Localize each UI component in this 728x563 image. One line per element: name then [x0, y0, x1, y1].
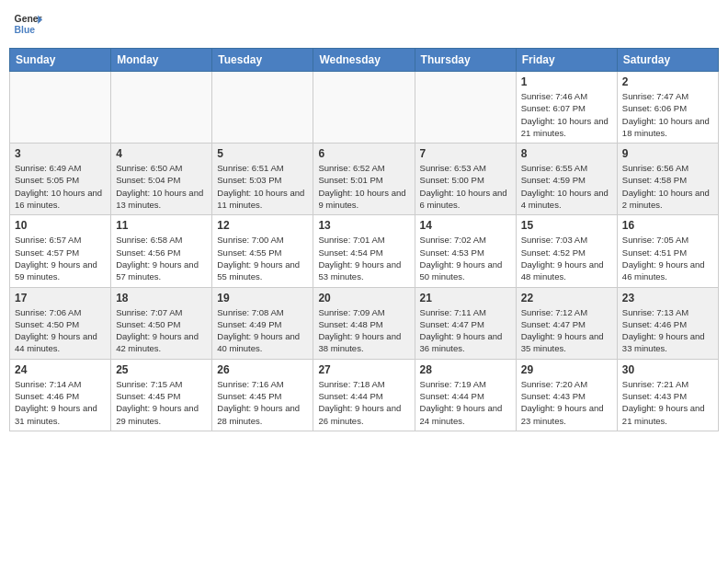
calendar-day-cell: 28Sunrise: 7:19 AM Sunset: 4:44 PM Dayli…: [415, 359, 516, 431]
day-header-saturday: Saturday: [617, 49, 718, 72]
calendar-day-cell: 12Sunrise: 7:00 AM Sunset: 4:55 PM Dayli…: [212, 215, 313, 287]
day-number: 17: [15, 292, 106, 304]
day-number: 13: [318, 219, 409, 232]
calendar-day-cell: [415, 72, 516, 144]
day-number: 3: [15, 147, 106, 160]
day-info: Sunrise: 7:12 AM Sunset: 4:47 PM Dayligh…: [521, 306, 612, 355]
calendar-day-cell: 20Sunrise: 7:09 AM Sunset: 4:48 PM Dayli…: [313, 287, 415, 359]
calendar-week-row: 24Sunrise: 7:14 AM Sunset: 4:46 PM Dayli…: [10, 359, 719, 431]
day-info: Sunrise: 6:55 AM Sunset: 4:59 PM Dayligh…: [521, 162, 612, 211]
day-header-monday: Monday: [111, 49, 212, 72]
calendar-day-cell: 9Sunrise: 6:56 AM Sunset: 4:58 PM Daylig…: [617, 144, 718, 215]
calendar-day-cell: [212, 72, 313, 144]
day-info: Sunrise: 7:18 AM Sunset: 4:44 PM Dayligh…: [318, 378, 409, 427]
calendar-day-cell: 16Sunrise: 7:05 AM Sunset: 4:51 PM Dayli…: [617, 215, 718, 287]
day-header-thursday: Thursday: [415, 49, 516, 72]
calendar-day-cell: 1Sunrise: 7:46 AM Sunset: 6:07 PM Daylig…: [516, 72, 617, 144]
day-info: Sunrise: 7:02 AM Sunset: 4:53 PM Dayligh…: [420, 234, 511, 282]
calendar-day-cell: 30Sunrise: 7:21 AM Sunset: 4:43 PM Dayli…: [617, 359, 718, 431]
day-number: 29: [521, 363, 612, 376]
calendar-day-cell: 3Sunrise: 6:49 AM Sunset: 5:05 PM Daylig…: [10, 144, 111, 215]
calendar-header-row: SundayMondayTuesdayWednesdayThursdayFrid…: [10, 49, 719, 72]
day-info: Sunrise: 7:16 AM Sunset: 4:45 PM Dayligh…: [217, 378, 308, 427]
calendar-week-row: 3Sunrise: 6:49 AM Sunset: 5:05 PM Daylig…: [10, 144, 719, 215]
calendar-table: SundayMondayTuesdayWednesdayThursdayFrid…: [9, 48, 719, 431]
day-number: 4: [116, 147, 207, 160]
day-info: Sunrise: 7:01 AM Sunset: 4:54 PM Dayligh…: [318, 234, 409, 282]
calendar-day-cell: [313, 72, 415, 144]
day-info: Sunrise: 7:05 AM Sunset: 4:51 PM Dayligh…: [622, 234, 713, 282]
day-header-tuesday: Tuesday: [212, 49, 313, 72]
day-number: 10: [15, 219, 106, 232]
day-number: 16: [622, 219, 713, 232]
day-info: Sunrise: 7:06 AM Sunset: 4:50 PM Dayligh…: [15, 306, 106, 355]
day-info: Sunrise: 7:11 AM Sunset: 4:47 PM Dayligh…: [420, 306, 511, 355]
day-info: Sunrise: 6:56 AM Sunset: 4:58 PM Dayligh…: [622, 162, 713, 211]
calendar-day-cell: 14Sunrise: 7:02 AM Sunset: 4:53 PM Dayli…: [415, 215, 516, 287]
calendar-day-cell: 22Sunrise: 7:12 AM Sunset: 4:47 PM Dayli…: [516, 287, 617, 359]
day-number: 5: [217, 147, 308, 160]
day-info: Sunrise: 7:08 AM Sunset: 4:49 PM Dayligh…: [217, 306, 308, 355]
day-info: Sunrise: 7:46 AM Sunset: 6:07 PM Dayligh…: [521, 90, 612, 139]
day-info: Sunrise: 6:52 AM Sunset: 5:01 PM Dayligh…: [318, 162, 409, 211]
day-number: 12: [217, 219, 308, 232]
svg-text:Blue: Blue: [15, 25, 36, 35]
calendar-day-cell: 15Sunrise: 7:03 AM Sunset: 4:52 PM Dayli…: [516, 215, 617, 287]
calendar-week-row: 17Sunrise: 7:06 AM Sunset: 4:50 PM Dayli…: [10, 287, 719, 359]
calendar-day-cell: 10Sunrise: 6:57 AM Sunset: 4:57 PM Dayli…: [10, 215, 111, 287]
calendar-day-cell: 26Sunrise: 7:16 AM Sunset: 4:45 PM Dayli…: [212, 359, 313, 431]
day-number: 18: [116, 292, 207, 304]
calendar-day-cell: 19Sunrise: 7:08 AM Sunset: 4:49 PM Dayli…: [212, 287, 313, 359]
calendar-day-cell: 7Sunrise: 6:53 AM Sunset: 5:00 PM Daylig…: [415, 144, 516, 215]
day-number: 15: [521, 219, 612, 232]
day-info: Sunrise: 7:20 AM Sunset: 4:43 PM Dayligh…: [521, 378, 612, 427]
day-info: Sunrise: 6:57 AM Sunset: 4:57 PM Dayligh…: [15, 234, 106, 282]
day-number: 2: [622, 75, 713, 88]
calendar-day-cell: 11Sunrise: 6:58 AM Sunset: 4:56 PM Dayli…: [111, 215, 212, 287]
logo: General Blue: [13, 9, 42, 39]
calendar-day-cell: 18Sunrise: 7:07 AM Sunset: 4:50 PM Dayli…: [111, 287, 212, 359]
day-info: Sunrise: 6:58 AM Sunset: 4:56 PM Dayligh…: [116, 234, 207, 282]
day-info: Sunrise: 7:03 AM Sunset: 4:52 PM Dayligh…: [521, 234, 612, 282]
day-number: 9: [622, 147, 713, 160]
calendar-week-row: 10Sunrise: 6:57 AM Sunset: 4:57 PM Dayli…: [10, 215, 719, 287]
calendar-day-cell: 4Sunrise: 6:50 AM Sunset: 5:04 PM Daylig…: [111, 144, 212, 215]
day-number: 1: [521, 75, 612, 88]
calendar-day-cell: 23Sunrise: 7:13 AM Sunset: 4:46 PM Dayli…: [617, 287, 718, 359]
calendar-day-cell: 21Sunrise: 7:11 AM Sunset: 4:47 PM Dayli…: [415, 287, 516, 359]
day-number: 19: [217, 292, 308, 304]
page-header: General Blue: [9, 9, 719, 39]
calendar-day-cell: [10, 72, 111, 144]
day-number: 23: [622, 292, 713, 304]
calendar-day-cell: 17Sunrise: 7:06 AM Sunset: 4:50 PM Dayli…: [10, 287, 111, 359]
calendar-day-cell: 24Sunrise: 7:14 AM Sunset: 4:46 PM Dayli…: [10, 359, 111, 431]
day-number: 7: [420, 147, 511, 160]
calendar-day-cell: 2Sunrise: 7:47 AM Sunset: 6:06 PM Daylig…: [617, 72, 718, 144]
calendar-day-cell: 5Sunrise: 6:51 AM Sunset: 5:03 PM Daylig…: [212, 144, 313, 215]
day-number: 26: [217, 363, 308, 376]
day-info: Sunrise: 7:19 AM Sunset: 4:44 PM Dayligh…: [420, 378, 511, 427]
day-number: 14: [420, 219, 511, 232]
day-info: Sunrise: 7:07 AM Sunset: 4:50 PM Dayligh…: [116, 306, 207, 355]
day-number: 28: [420, 363, 511, 376]
day-info: Sunrise: 7:15 AM Sunset: 4:45 PM Dayligh…: [116, 378, 207, 427]
day-number: 21: [420, 292, 511, 304]
day-info: Sunrise: 7:14 AM Sunset: 4:46 PM Dayligh…: [15, 378, 106, 427]
day-number: 22: [521, 292, 612, 304]
day-info: Sunrise: 7:00 AM Sunset: 4:55 PM Dayligh…: [217, 234, 308, 282]
day-info: Sunrise: 6:49 AM Sunset: 5:05 PM Dayligh…: [15, 162, 106, 211]
calendar-day-cell: [111, 72, 212, 144]
calendar-day-cell: 8Sunrise: 6:55 AM Sunset: 4:59 PM Daylig…: [516, 144, 617, 215]
day-info: Sunrise: 6:53 AM Sunset: 5:00 PM Dayligh…: [420, 162, 511, 211]
calendar-day-cell: 27Sunrise: 7:18 AM Sunset: 4:44 PM Dayli…: [313, 359, 415, 431]
day-number: 11: [116, 219, 207, 232]
day-number: 30: [622, 363, 713, 376]
day-info: Sunrise: 7:47 AM Sunset: 6:06 PM Dayligh…: [622, 90, 713, 139]
day-number: 20: [318, 292, 409, 304]
day-header-sunday: Sunday: [10, 49, 111, 72]
day-number: 8: [521, 147, 612, 160]
day-number: 24: [15, 363, 106, 376]
calendar-day-cell: 25Sunrise: 7:15 AM Sunset: 4:45 PM Dayli…: [111, 359, 212, 431]
calendar-day-cell: 13Sunrise: 7:01 AM Sunset: 4:54 PM Dayli…: [313, 215, 415, 287]
day-info: Sunrise: 7:21 AM Sunset: 4:43 PM Dayligh…: [622, 378, 713, 427]
